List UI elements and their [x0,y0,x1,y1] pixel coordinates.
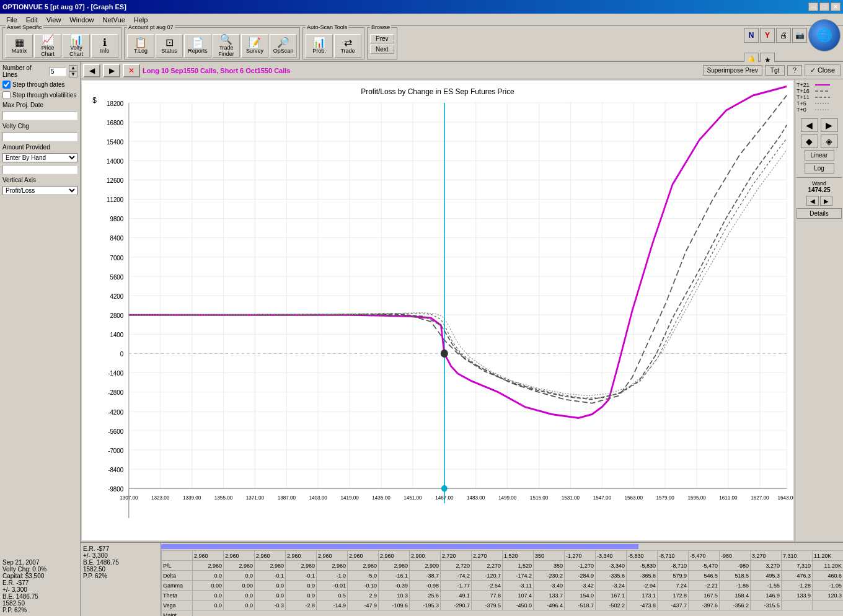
close-window-button[interactable]: ✕ [831,2,841,11]
right-toolbar-row1: N Y 🖨 📷 🌐 [744,19,841,51]
spinner-wrap: ▲ ▼ [69,65,77,77]
toolbar-reports-button[interactable]: 📄 Reports [184,34,211,58]
log-button[interactable]: Log [805,163,834,174]
maximize-button[interactable]: □ [819,2,829,11]
main-area: Number of Lines ▲ ▼ Step through dates S… [0,62,843,616]
theta-2: 0.0 [255,591,286,601]
toolbar-survey-button[interactable]: 📝 Survey [241,34,268,58]
gamma-15: 7.24 [658,581,689,591]
toolbar-info-button[interactable]: ℹ Info [91,34,118,58]
step-vols-checkbox[interactable] [2,91,11,99]
delta-13: -335.6 [596,571,627,581]
theta-18: 146.9 [751,591,782,601]
toolbar-tlog-button[interactable]: 📋 T.Log [127,34,154,58]
left-arrow-button[interactable]: ◀ [801,118,818,132]
theta-20: 120.3 [813,591,844,601]
spinner-down[interactable]: ▼ [69,71,77,77]
svg-text:1627.00: 1627.00 [751,495,769,501]
gamma-14: -2.94 [627,581,658,591]
toolbar-y-icon[interactable]: Y [760,28,775,43]
toolbar: Asset Specific ▦ Matrix 📈 Price Chart 📊 … [0,26,843,62]
nav-close-x-button[interactable]: ✕ [123,64,140,77]
col-header-4: 2,960 [317,551,348,561]
delta-8: -74.2 [441,571,472,581]
step-dates-checkbox[interactable] [2,81,11,89]
linear-button[interactable]: Linear [805,150,834,161]
max-proj-date-input[interactable]: Sep 21, 2007 [2,111,77,120]
svg-text:1451.00: 1451.00 [404,495,422,501]
menu-help[interactable]: Help [130,15,152,25]
table-row-theta: Theta 0.0 0.0 0.0 0.0 0.5 2.9 10.3 25.6 … [162,591,844,601]
menu-edit[interactable]: Edit [22,15,42,25]
num-lines-input[interactable] [49,67,66,76]
col-header-18: 3,270 [751,551,782,561]
delta-7: -38.7 [410,571,441,581]
superimpose-prev-button[interactable]: Superimpose Prev [703,65,762,76]
nav-back-button[interactable]: ◀ [83,64,100,77]
toolbar-tradefinder-button[interactable]: 🔍 Trade Finder [213,34,240,58]
legend-t16: T+16 [797,88,842,94]
svg-text:1611.00: 1611.00 [719,495,738,501]
svg-text:8400: 8400 [110,235,123,242]
spinner-up[interactable]: ▲ [69,65,77,71]
vega-8: -290.7 [441,601,472,610]
scroll-left-arrow[interactable]: ◀ [806,196,819,206]
pl-7: 2,900 [410,561,441,571]
svg-text:-8400: -8400 [108,466,123,473]
menu-window[interactable]: Window [66,15,97,25]
close-graph-button[interactable]: ✓ Close [805,64,841,76]
col-header-11: 350 [534,551,565,561]
col-header-17: -980 [720,551,751,561]
tlog-icon: 📋 [135,38,147,48]
volty-chg-input[interactable]: 0.0% [2,132,77,141]
gamma-5: -0.10 [348,581,379,591]
col-header-1: 2,960 [224,551,255,561]
expand-button[interactable]: ◆ [801,134,818,148]
row-vega-label: Vega [162,601,193,610]
toolbar-account-label: Account pt aug 07 [127,24,175,30]
menu-file[interactable]: File [2,15,21,25]
toolbar-n-icon[interactable]: N [744,28,759,43]
nav-forward-button[interactable]: ▶ [103,64,120,77]
browse-buttons: Prev Next [370,34,394,54]
svg-text:1403.00: 1403.00 [309,495,328,501]
scroll-right-arrow[interactable]: ▶ [820,196,832,206]
details-button[interactable]: Details [797,208,842,219]
minimize-button[interactable]: — [808,2,818,11]
menu-netvue[interactable]: NetVue [99,15,128,25]
browse-prev-button[interactable]: Prev [370,34,394,43]
pl-20: 11.20K [813,561,844,571]
pl-9: 2,270 [472,561,503,571]
tgt-button[interactable]: Tgt [765,65,785,76]
opscan-label: OpScan [273,48,294,54]
svg-point-91 [441,350,448,357]
toolbar-prob-button[interactable]: 📊 Prob. [306,34,333,58]
toolbar-globe-icon[interactable]: 🌐 [808,19,841,51]
pl-3: 2,960 [286,561,317,571]
vertical-axis-label: Vertical Axis [2,177,77,183]
delta-14: -365.6 [627,571,658,581]
col-header-5: 2,960 [348,551,379,561]
toolbar-printer-icon[interactable]: 🖨 [776,28,791,43]
amount-provided-select[interactable]: Enter By Hand [2,153,77,162]
browse-next-button[interactable]: Next [370,45,394,54]
svg-text:-5600: -5600 [108,428,123,435]
svg-text:9800: 9800 [110,216,123,223]
vertical-axis-select[interactable]: Profit/Loss [2,186,77,195]
amount-provided-input[interactable]: $3,500 [2,165,77,174]
toolbar-trade-button[interactable]: ⇄ Trade [334,34,361,58]
toolbar-camera-icon[interactable]: 📷 [792,28,807,43]
toolbar-matrix-button[interactable]: ▦ Matrix [6,34,33,58]
plus-minus-info: +/- 3,300 [2,586,77,593]
toolbar-pricechart-button[interactable]: 📈 Price Chart [34,34,61,58]
help-button[interactable]: ? [787,65,802,76]
theta-12: 154.0 [565,591,596,601]
compress-button[interactable]: ◈ [821,134,838,148]
legend-t5: T+5 [797,100,842,107]
toolbar-status-button[interactable]: ⊡ Status [156,34,183,58]
right-arrow-button[interactable]: ▶ [821,118,838,132]
toolbar-voltychart-button[interactable]: 📊 Volty Chart [63,34,90,58]
toolbar-opscan-button[interactable]: 🔎 OpScan [270,34,297,58]
menu-view[interactable]: View [43,15,65,25]
volty-info: Volty Chg: 0.0% [2,566,77,573]
